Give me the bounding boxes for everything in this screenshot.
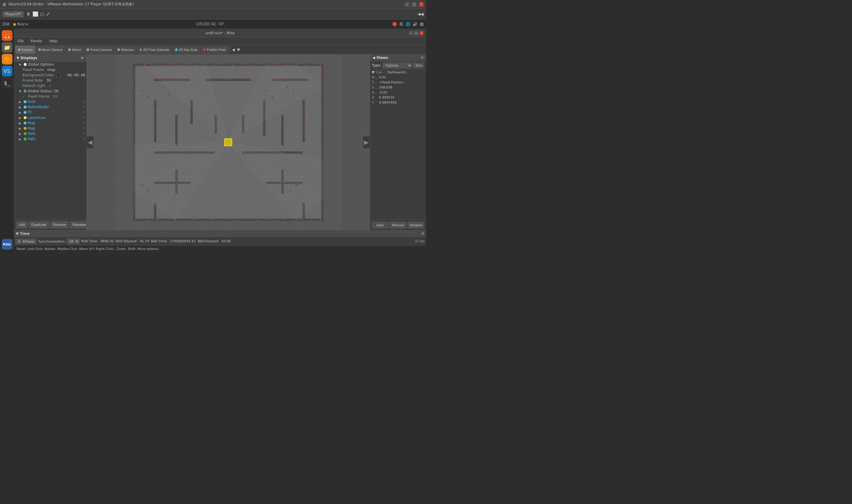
toolbar-right-arrow[interactable]: ▼ xyxy=(236,48,241,52)
maximize-button[interactable]: □ xyxy=(412,2,417,7)
svg-point-81 xyxy=(138,219,139,220)
add-display-button[interactable]: Add xyxy=(16,221,28,228)
rviz-maximize-button[interactable]: □ xyxy=(414,31,418,35)
views-s-value: 108.038 xyxy=(379,86,393,89)
rviz-dock-icon[interactable]: RViz xyxy=(2,239,13,250)
display-item-robotmodel[interactable]: ▶ RobotModel ✓ xyxy=(14,104,86,110)
svg-point-170 xyxy=(141,90,143,91)
move-camera-button[interactable]: Move Camera xyxy=(36,46,65,54)
files-icon[interactable]: 📁 xyxy=(2,42,13,53)
svg-point-84 xyxy=(166,220,167,221)
global-options-expand: ▼ xyxy=(19,63,22,66)
vm-icon-2[interactable]: ◻ xyxy=(40,11,44,17)
display-item-grid[interactable]: ▶ Grid ✓ xyxy=(14,99,86,104)
toolbar-left-arrow[interactable]: ◀ xyxy=(231,48,236,52)
display-item-path2[interactable]: ▶ Path ✓ xyxy=(14,136,86,141)
duplicate-display-button[interactable]: Duplicate xyxy=(29,221,49,228)
grid-label: Grid xyxy=(28,100,35,104)
rename-view-button[interactable]: Rename xyxy=(407,222,424,228)
display-item-tf[interactable]: ▶ TF ✓ xyxy=(14,110,86,115)
viewport[interactable]: ◀ ▶ xyxy=(87,54,370,230)
window-title: Ubuntu20.04-Qrobo - VMware Workstation 1… xyxy=(8,2,405,7)
player-button[interactable]: Player(P) xyxy=(2,11,24,17)
displays-buttons: Add Duplicate Remove Rename xyxy=(14,219,86,230)
rviz-window-title: urdf.rviz* - RViz xyxy=(205,31,235,35)
gs-ff-value: OK xyxy=(53,94,58,98)
publish-point-button[interactable]: Publish Point xyxy=(201,46,229,54)
frame-rate-row: Frame Rate 30 xyxy=(14,78,86,83)
svg-point-95 xyxy=(265,219,267,220)
display-item-laserscan[interactable]: ▶ LaserScan ✓ xyxy=(14,115,86,120)
fixed-frame-value: map xyxy=(47,68,55,72)
firefox-icon[interactable]: 🦊 xyxy=(2,30,13,41)
file-menu[interactable]: File xyxy=(17,38,25,44)
rviz-close-button[interactable]: ✕ xyxy=(419,31,424,35)
svg-point-174 xyxy=(265,90,267,91)
pose-dot xyxy=(140,49,142,51)
focus-camera-button[interactable]: Focus Camera xyxy=(84,46,114,54)
interact-button[interactable]: Interact xyxy=(15,46,35,54)
svg-point-105 xyxy=(133,100,134,101)
measure-button[interactable]: Measure xyxy=(115,46,137,54)
viewport-left-arrow[interactable]: ◀ xyxy=(87,136,93,148)
time-panel-close[interactable]: ✕ xyxy=(421,232,424,236)
display-item-map2[interactable]: ▶ Map ✓ xyxy=(14,126,86,131)
views-close-button[interactable]: ✕ xyxy=(421,56,424,60)
svg-point-73 xyxy=(322,145,323,146)
ubuntu-taskbar: 活动 ● Rviz ▾ 1月13日 02：07 🔴 英 🌐 🔊 ⏻ xyxy=(0,19,426,29)
vm-arrow[interactable]: ◀◀ xyxy=(418,12,424,16)
apps-icon[interactable]: 🟠 xyxy=(2,54,13,65)
display-item-path1[interactable]: ▶ Path ✓ xyxy=(14,131,86,136)
close-button[interactable]: ✕ xyxy=(419,2,424,7)
svg-point-108 xyxy=(133,127,134,128)
displays-title: Displays xyxy=(20,56,37,60)
views-current-row[interactable]: ▼ Curr... TopDownOr... xyxy=(370,70,426,75)
vscode-icon[interactable]: VS xyxy=(2,66,13,76)
nav-goal-button[interactable]: 2D Nav Goal xyxy=(173,46,200,54)
views-zero-button[interactable]: Zero xyxy=(413,63,424,68)
remove-display-button[interactable]: Remove xyxy=(50,221,69,228)
panels-menu[interactable]: Panels xyxy=(30,38,43,44)
move-camera-dot xyxy=(38,49,41,51)
svg-point-45 xyxy=(150,64,151,65)
views-a-value: -0.02 xyxy=(379,90,387,94)
global-options-item[interactable]: ▼ Global Options xyxy=(14,62,86,67)
reset-button[interactable]: Reset xyxy=(17,247,26,251)
displays-empty-space xyxy=(14,141,86,219)
map2-check: ✓ xyxy=(82,126,85,130)
views-current-expand: ▼ xyxy=(372,70,374,74)
path2-expand: ▶ xyxy=(19,138,22,141)
svg-rect-22 xyxy=(133,64,135,221)
minimize-button[interactable]: ─ xyxy=(405,2,410,7)
rviz-minimize-button[interactable]: ─ xyxy=(409,31,413,35)
help-menu[interactable]: Help xyxy=(48,38,58,44)
rename-display-button[interactable]: Rename xyxy=(70,221,88,228)
pose-estimate-button[interactable]: 2D Pose Estimate xyxy=(137,46,172,54)
select-button[interactable]: Select xyxy=(66,46,84,54)
svg-point-93 xyxy=(247,219,249,220)
left-dock: 🦊 📁 🟠 VS $_ RViz xyxy=(0,29,14,252)
app-container: 🖥 Ubuntu20.04-Qrobo - VMware Workstation… xyxy=(0,0,426,252)
pause-button[interactable]: ⏸ ⏸Pause xyxy=(15,239,37,244)
views-empty-space xyxy=(370,145,426,220)
displays-close-button[interactable]: ✕ xyxy=(80,56,84,60)
terminal-icon[interactable]: $_ xyxy=(2,77,13,88)
rviz-taskbar-item[interactable]: ● Rviz ▾ xyxy=(13,22,28,26)
focus-dot xyxy=(87,49,89,51)
svg-point-59 xyxy=(277,64,279,65)
vm-icon-3[interactable]: ⤢ xyxy=(46,11,50,17)
activities-button[interactable]: 活动 xyxy=(2,22,10,26)
svg-point-80 xyxy=(323,208,324,210)
viewport-right-arrow[interactable]: ▶ xyxy=(363,136,370,148)
save-view-button[interactable]: Save xyxy=(372,222,388,228)
sync-select[interactable]: Off xyxy=(67,239,79,244)
views-type-select[interactable]: TopDown xyxy=(382,62,412,68)
global-status-item[interactable]: ▼ Global Status: Ok xyxy=(14,88,86,94)
remove-view-button[interactable]: Remove xyxy=(389,222,406,228)
pause-icon[interactable]: ⏸ xyxy=(26,11,31,17)
laserscan-dot xyxy=(24,116,26,119)
system-tray: 🔴 英 🌐 🔊 ⏻ xyxy=(392,22,424,27)
vm-icon-1[interactable]: ⬜ xyxy=(33,11,38,17)
display-item-map1[interactable]: ▶ Map ✓ xyxy=(14,120,86,126)
system-time: 1月13日 02：07 xyxy=(196,22,224,26)
